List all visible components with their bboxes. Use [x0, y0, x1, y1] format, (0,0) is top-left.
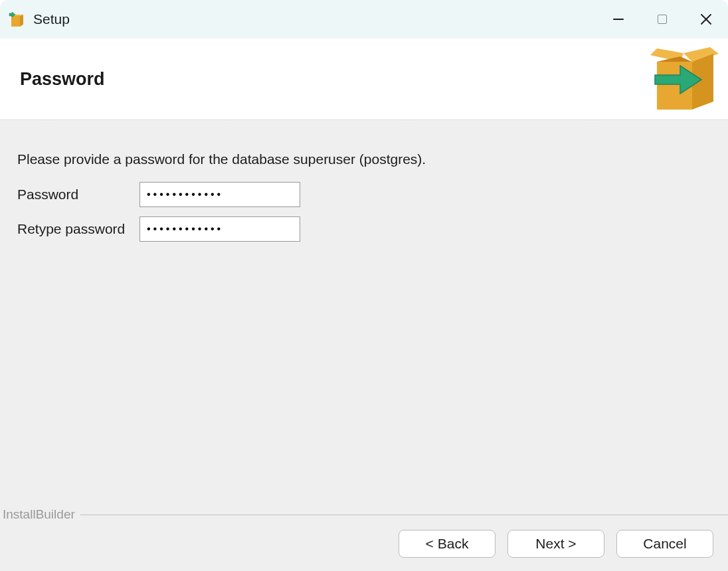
page-header: Password [0, 39, 728, 120]
page-title: Password [20, 69, 105, 90]
minimize-icon [613, 19, 624, 20]
titlebar-controls [596, 0, 728, 39]
footer: InstallBuilder < Back Next > Cancel [0, 507, 728, 571]
password-field[interactable] [139, 182, 300, 207]
footer-brand-text: InstallBuilder [3, 507, 80, 522]
retype-password-label: Retype password [17, 221, 139, 237]
installer-box-icon [647, 43, 720, 116]
app-icon [8, 10, 27, 29]
titlebar: Setup [0, 0, 728, 39]
back-button[interactable]: < Back [399, 530, 496, 558]
next-button[interactable]: Next > [507, 530, 604, 558]
window-title: Setup [33, 11, 70, 27]
instruction-text: Please provide a password for the databa… [17, 151, 711, 167]
retype-password-row: Retype password [17, 216, 711, 242]
maximize-icon [658, 15, 667, 24]
password-row: Password [17, 182, 711, 207]
password-label: Password [17, 187, 139, 203]
close-icon [700, 13, 712, 25]
close-button[interactable] [684, 0, 728, 39]
footer-brand-row: InstallBuilder [0, 507, 713, 522]
footer-divider [80, 515, 728, 515]
dialog-buttons: < Back Next > Cancel [0, 530, 713, 558]
main-content: Please provide a password for the databa… [0, 121, 728, 571]
cancel-button[interactable]: Cancel [616, 530, 713, 558]
maximize-button[interactable] [640, 0, 684, 39]
minimize-button[interactable] [596, 0, 640, 39]
retype-password-field[interactable] [139, 216, 300, 242]
